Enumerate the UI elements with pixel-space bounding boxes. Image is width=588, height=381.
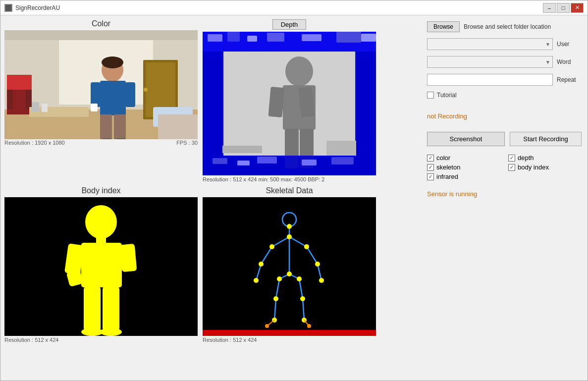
body-index-checkbox[interactable]: ✓: [508, 164, 515, 171]
color-resolution-row: Resolution : 1920 x 1080 FPS : 30: [4, 139, 198, 146]
svg-rect-39: [268, 87, 284, 117]
svg-point-62: [81, 328, 103, 336]
main-window: SignRecorderAU – □ ✕ Color: [0, 0, 588, 381]
svg-point-94: [300, 296, 305, 301]
word-field-label: Word: [557, 58, 582, 65]
window-title: SignRecorderAU: [15, 4, 60, 11]
color-image: [4, 30, 198, 139]
svg-rect-51: [222, 146, 262, 153]
svg-point-37: [285, 56, 313, 86]
svg-rect-52: [326, 141, 356, 156]
minimize-button[interactable]: –: [543, 3, 556, 13]
browse-hint-label: Browse and select folder location: [464, 23, 551, 30]
svg-rect-11: [7, 75, 32, 90]
svg-rect-47: [237, 161, 250, 165]
body-index-checkbox-item: ✓ body index: [508, 163, 582, 171]
svg-rect-33: [302, 34, 321, 41]
user-field-label: User: [557, 41, 582, 48]
color-checkbox[interactable]: ✓: [427, 155, 434, 162]
sensor-status: Sensor is running: [427, 190, 582, 198]
main-content: Color: [0, 15, 588, 381]
svg-rect-46: [213, 158, 227, 164]
app-icon: [4, 4, 12, 12]
depth-section: Depth: [203, 19, 376, 183]
svg-rect-30: [227, 32, 240, 42]
svg-rect-43: [203, 52, 223, 156]
svg-point-88: [319, 278, 324, 283]
skeletal-section: Skeletal Data: [203, 186, 376, 344]
skeleton-checkbox-label: skeleton: [436, 163, 460, 171]
maximize-button[interactable]: □: [557, 3, 570, 13]
depth-resolution: Resolution : 512 x 424 min: 500 max: 450…: [203, 175, 376, 183]
svg-point-99: [307, 324, 311, 328]
tutorial-checkbox-label: Tutorial: [437, 92, 457, 99]
svg-point-85: [259, 262, 264, 267]
title-bar-left: SignRecorderAU: [4, 4, 60, 12]
right-panel: Browse Browse and select folder location…: [425, 19, 584, 377]
svg-rect-22: [116, 138, 125, 139]
svg-rect-19: [100, 114, 112, 139]
svg-point-83: [269, 244, 274, 249]
svg-rect-29: [208, 34, 222, 42]
word-field-row: ▼ Word: [427, 56, 582, 68]
svg-point-14: [102, 56, 123, 68]
depth-tab-button[interactable]: Depth: [272, 19, 307, 30]
svg-rect-50: [331, 157, 354, 164]
depth-checkbox-label: depth: [518, 154, 534, 162]
body-index-resolution: Resolution : 512 x 424: [4, 336, 198, 344]
infrared-checkbox-item: ✓ infrared: [427, 173, 500, 180]
svg-rect-40: [298, 87, 315, 117]
word-dropdown-arrow: ▼: [545, 59, 550, 65]
infrared-checkbox-label: infrared: [436, 173, 458, 180]
browse-button[interactable]: Browse: [427, 21, 460, 32]
body-index-label: Body index: [81, 186, 120, 195]
svg-rect-60: [84, 286, 101, 331]
svg-rect-23: [32, 102, 39, 112]
svg-point-84: [304, 244, 309, 249]
browse-row: Browse Browse and select folder location: [427, 21, 582, 32]
color-section: Color: [4, 19, 198, 146]
svg-rect-31: [247, 36, 257, 42]
repeat-field-label: Repeat: [557, 76, 582, 83]
color-checkbox-item: ✓ color: [427, 154, 500, 162]
svg-point-86: [254, 278, 259, 283]
repeat-field-row: Repeat: [427, 74, 582, 86]
repeat-input[interactable]: [427, 74, 553, 86]
svg-point-89: [287, 272, 292, 276]
skeletal-label: Skeletal Data: [266, 186, 313, 195]
title-bar: SignRecorderAU – □ ✕: [0, 0, 588, 15]
svg-rect-56: [81, 243, 122, 287]
color-scene-svg: [4, 30, 198, 139]
color-label: Color: [92, 19, 110, 28]
svg-rect-32: [267, 33, 284, 42]
svg-rect-17: [125, 82, 135, 107]
svg-point-7: [144, 88, 148, 92]
infrared-checkbox[interactable]: ✓: [427, 173, 434, 180]
svg-rect-59: [120, 244, 137, 272]
svg-rect-61: [103, 286, 119, 331]
color-resolution: Resolution : 1920 x 1080: [4, 140, 65, 146]
svg-rect-21: [103, 138, 111, 139]
recording-status: not Recording: [427, 112, 582, 120]
action-buttons-row: Screenshot Start Recording: [427, 132, 582, 146]
start-recording-button[interactable]: Start Recording: [510, 132, 582, 146]
body-index-svg: [4, 197, 198, 336]
screenshot-button[interactable]: Screenshot: [427, 132, 505, 146]
svg-rect-48: [257, 157, 277, 163]
svg-rect-26: [158, 114, 198, 139]
depth-scene-svg: [203, 32, 376, 175]
depth-checkbox[interactable]: ✓: [508, 155, 515, 162]
tutorial-checkbox[interactable]: [427, 92, 434, 99]
svg-rect-65: [203, 330, 376, 336]
user-dropdown[interactable]: ▼: [427, 38, 553, 50]
tutorial-checkbox-row: Tutorial: [427, 92, 582, 99]
svg-point-87: [315, 262, 320, 267]
svg-point-98: [265, 324, 269, 328]
skeleton-checkbox[interactable]: ✓: [427, 164, 434, 171]
color-checkbox-label: color: [436, 154, 450, 162]
word-dropdown[interactable]: ▼: [427, 56, 553, 68]
svg-rect-24: [42, 104, 48, 112]
svg-rect-2: [4, 30, 198, 40]
left-panel: Color: [4, 19, 420, 377]
close-button[interactable]: ✕: [571, 3, 584, 13]
